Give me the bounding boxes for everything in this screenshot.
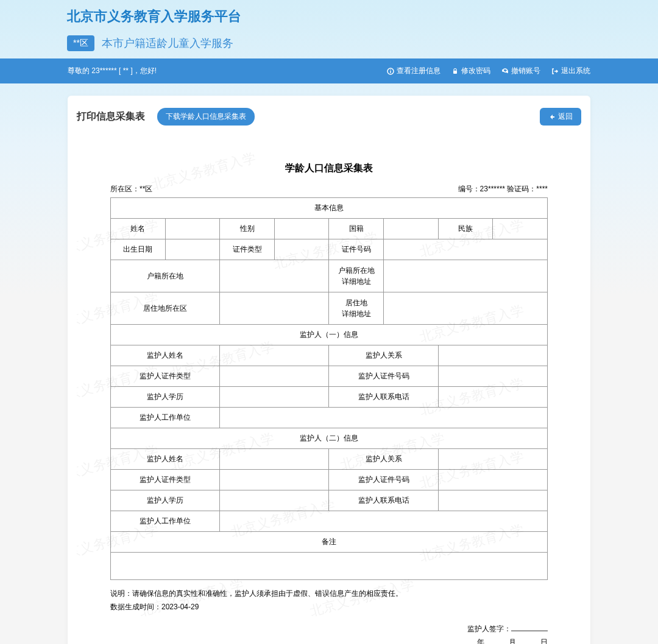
label-g2-name: 监护人姓名 — [111, 449, 220, 470]
value-g2-phone — [438, 490, 547, 511]
area-label: 所在区：**区 — [110, 184, 152, 194]
value-name — [165, 219, 220, 239]
label-g2-id-type: 监护人证件类型 — [111, 470, 220, 490]
form-notes: 说明：请确保信息的真实性和准确性，监护人须承担由于虚假、错误信息产生的相应责任。… — [110, 587, 548, 614]
signature-label: 监护人签字： — [467, 625, 511, 633]
service-title: 本市户籍适龄儿童入学服务 — [102, 36, 233, 51]
label-hukou-area: 户籍所在地 — [111, 260, 220, 292]
label-g2-id-no: 监护人证件号码 — [329, 470, 438, 490]
value-g1-phone — [438, 387, 547, 408]
value-id-type — [274, 239, 329, 260]
section-guardian1: 监护人（一）信息 — [111, 325, 548, 345]
value-g2-id-no — [438, 470, 547, 490]
view-registration-link[interactable]: 查看注册信息 — [387, 66, 440, 76]
signature-month: 月 — [509, 638, 516, 644]
info-icon — [387, 68, 394, 75]
revoke-account-link[interactable]: 撤销账号 — [501, 66, 540, 76]
lock-icon — [451, 68, 459, 75]
signature-year: 年 — [477, 638, 484, 644]
arrow-left-icon — [548, 113, 556, 121]
user-actions: 查看注册信息 修改密码 撤销账号 退出系统 — [387, 66, 590, 76]
svg-point-1 — [390, 69, 391, 70]
label-g1-edu: 监护人学历 — [111, 387, 220, 408]
download-form-button[interactable]: 下载学龄人口信息采集表 — [157, 108, 255, 126]
section-remark: 备注 — [111, 532, 548, 553]
value-g2-id-type — [220, 470, 329, 490]
logout-label: 退出系统 — [561, 66, 590, 76]
value-g1-edu — [220, 387, 329, 408]
label-ethnicity: 民族 — [438, 219, 493, 239]
logout-icon — [551, 68, 559, 75]
value-nationality — [384, 219, 439, 239]
label-g2-work: 监护人工作单位 — [111, 511, 220, 532]
value-ethnicity — [493, 219, 548, 239]
card-header: 打印信息采集表 下载学龄人口信息采集表 返回 — [77, 108, 581, 126]
main-card: 打印信息采集表 下载学龄人口信息采集表 返回 北京义务教育入学 北京义务教育入学… — [68, 96, 590, 644]
value-hukou-area — [220, 260, 329, 292]
label-g1-phone: 监护人联系电话 — [329, 387, 438, 408]
change-password-label: 修改密码 — [461, 66, 490, 76]
signature-block: 监护人签字： 年月日 — [110, 623, 548, 644]
label-g2-edu: 监护人学历 — [111, 490, 220, 511]
header-top: 北京市义务教育入学服务平台 — [0, 0, 658, 30]
form-table: 基本信息 姓名 性别 国籍 民族 出生日期 证件类型 证件号码 — [110, 197, 548, 580]
label-birth: 出生日期 — [111, 239, 166, 260]
value-g1-id-type — [220, 366, 329, 387]
label-g1-relation: 监护人关系 — [329, 345, 438, 366]
card-title: 打印信息采集表 — [77, 110, 145, 123]
svg-rect-2 — [390, 71, 391, 73]
value-g2-edu — [220, 490, 329, 511]
label-name: 姓名 — [111, 219, 166, 239]
code-label: 编号：23****** 验证码：**** — [458, 184, 548, 194]
view-registration-label: 查看注册信息 — [397, 66, 440, 76]
label-g2-relation: 监护人关系 — [329, 449, 438, 470]
value-g1-name — [220, 345, 329, 366]
label-id-type: 证件类型 — [220, 239, 275, 260]
value-gender — [274, 219, 329, 239]
value-remark — [111, 553, 548, 580]
form-meta-row: 所在区：**区 编号：23****** 验证码：**** — [110, 184, 548, 194]
form-container: 北京义务教育入学 北京义务教育入学 北京义务教育入学 北京义务教育入学 北京义务… — [77, 144, 581, 644]
value-g2-name — [220, 449, 329, 470]
value-hukou-addr — [384, 260, 548, 292]
section-guardian2: 监护人（二）信息 — [111, 428, 548, 449]
note-accuracy: 说明：请确保信息的真实性和准确性，监护人须承担由于虚假、错误信息产生的相应责任。 — [110, 587, 548, 601]
label-g1-name: 监护人姓名 — [111, 345, 220, 366]
logout-link[interactable]: 退出系统 — [551, 66, 590, 76]
label-g1-id-no: 监护人证件号码 — [329, 366, 438, 387]
change-password-link[interactable]: 修改密码 — [451, 66, 490, 76]
refresh-icon — [501, 68, 509, 75]
value-g1-id-no — [438, 366, 547, 387]
value-id-no — [384, 239, 548, 260]
label-g1-id-type: 监护人证件类型 — [111, 366, 220, 387]
back-button-label: 返回 — [558, 111, 573, 122]
value-residence-addr — [384, 292, 548, 325]
district-badge: **区 — [67, 35, 94, 51]
label-residence-area: 居住地所在区 — [111, 292, 220, 325]
label-gender: 性别 — [220, 219, 275, 239]
value-birth — [165, 239, 220, 260]
revoke-account-label: 撤销账号 — [511, 66, 540, 76]
value-g2-work — [220, 511, 548, 532]
section-basic: 基本信息 — [111, 198, 548, 219]
user-bar: 尊敬的 23****** [ ** ]，您好! 查看注册信息 修改密码 撤销账号 — [0, 58, 658, 83]
value-g1-relation — [438, 345, 547, 366]
header-sub: **区 本市户籍适龄儿童入学服务 — [0, 30, 658, 58]
note-timestamp: 数据生成时间：2023-04-29 — [110, 601, 548, 614]
label-id-no: 证件号码 — [329, 239, 384, 260]
svg-rect-3 — [453, 71, 457, 74]
value-residence-area — [220, 292, 329, 325]
label-nationality: 国籍 — [329, 219, 384, 239]
site-title: 北京市义务教育入学服务平台 — [67, 7, 591, 26]
label-hukou-addr: 户籍所在地详细地址 — [329, 260, 384, 292]
value-g2-relation — [438, 449, 547, 470]
form-title: 学龄人口信息采集表 — [110, 162, 548, 175]
value-g1-work — [220, 408, 548, 428]
signature-day: 日 — [540, 638, 548, 644]
label-g1-work: 监护人工作单位 — [111, 408, 220, 428]
back-button[interactable]: 返回 — [540, 108, 581, 126]
user-greeting: 尊敬的 23****** [ ** ]，您好! — [68, 66, 157, 76]
label-residence-addr: 居住地详细地址 — [329, 292, 384, 325]
label-g2-phone: 监护人联系电话 — [329, 490, 438, 511]
